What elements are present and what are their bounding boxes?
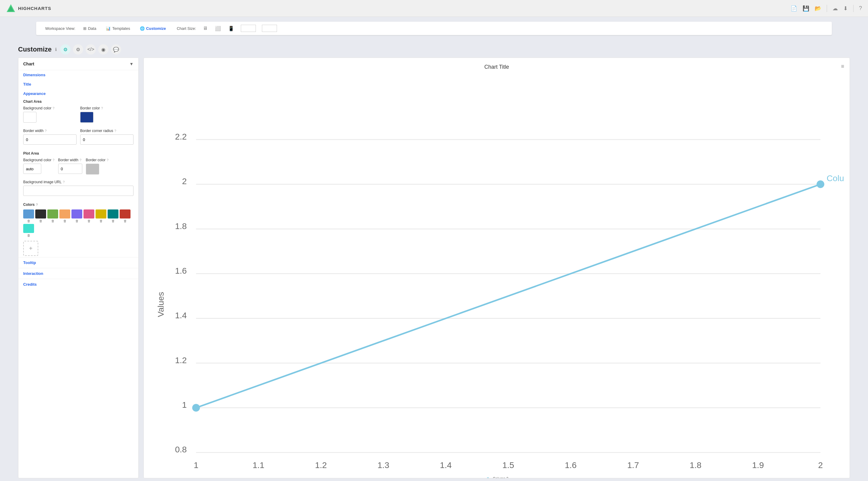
page-title-row: Customize ℹ ⚙ ⚙ </> ◉ 💬 [18,40,850,58]
colors-row: 🗑 🗑 🗑 🗑 [19,208,138,239]
border-radius-input[interactable] [80,134,133,145]
tab-data[interactable]: ⊞ Data [82,25,98,32]
tooltip-section[interactable]: Tooltip [19,257,138,268]
delete-color-pink[interactable]: 🗑 [87,219,91,223]
border-radius-help[interactable]: ? [114,129,116,133]
x-tick-20: 2 [818,460,823,470]
add-color-button[interactable]: + [23,241,38,256]
page-title: Customize [18,45,52,53]
y-tick-14: 1.4 [175,311,187,320]
color-swatch-teal[interactable] [107,210,119,219]
plot-bc-help[interactable]: ? [107,158,108,162]
plot-border-color-group: Border color ? [86,158,109,174]
border-color-group: Border color ? [80,106,133,123]
bg-color-swatch[interactable] [23,112,36,123]
tab-templates[interactable]: 📊 Templates [104,25,132,32]
open-folder-icon[interactable]: 📂 [815,5,821,12]
color-swatch-blue[interactable] [23,210,34,219]
colors-help[interactable]: ? [36,203,38,206]
y-tick-16: 1.6 [175,266,187,276]
color-swatch-dark[interactable] [35,210,46,219]
border-color-help[interactable]: ? [101,106,103,110]
delete-color-orange[interactable]: 🗑 [63,219,67,223]
color-swatch-orange[interactable] [59,210,70,219]
series-line [196,184,820,408]
credits-section[interactable]: Credits [19,279,138,290]
upload-icon[interactable]: ☁ [832,5,838,12]
data-point-end [816,181,824,188]
chart-height-input[interactable] [262,25,277,32]
color-swatch-green[interactable] [47,210,58,219]
y-tick-12: 1.2 [175,356,187,365]
title-help-icon[interactable]: ℹ [55,47,57,52]
delete-color-green[interactable]: 🗑 [51,219,55,223]
border-width-help[interactable]: ? [44,129,46,133]
bg-color-group: Background color ? [23,106,76,123]
chart-width-input[interactable] [241,25,256,32]
new-document-icon[interactable]: 📄 [790,5,797,12]
top-nav: HIGHCHARTS 📄 💾 📂 ☁ ⬇ ? [0,0,868,17]
plot-area-fields: Background color ? Border width ? [23,158,133,179]
settings-button[interactable]: ⚙ [73,44,83,55]
delete-color-blue[interactable]: 🗑 [27,219,30,223]
nav-divider-2 [853,5,854,12]
x-tick-12: 1.2 [315,460,327,470]
plot-border-width-input[interactable] [58,164,82,174]
data-point-start [192,404,200,412]
delete-color-red[interactable]: 🗑 [124,219,127,223]
globe-icon: 🌐 [140,26,145,31]
plot-bg-image-input[interactable] [23,186,133,196]
download-icon[interactable]: ⬇ [843,5,848,12]
preview-button[interactable]: ◉ [98,44,108,55]
plot-bg-input[interactable] [23,164,41,174]
dimensions-section[interactable]: Dimensions [19,70,138,79]
appearance-section[interactable]: Appearance [19,89,138,98]
left-panel: Chart ▼ Dimensions Title Appearance Char… [18,58,138,478]
plot-bg-help[interactable]: ? [53,158,54,162]
code-button[interactable]: </> [86,44,96,55]
tablet-size-icon[interactable]: ⬜ [215,26,221,31]
bg-color-label: Background color ? [23,106,76,110]
color-swatch-pink[interactable] [84,210,94,219]
desktop-size-icon[interactable]: 🖥 [203,26,208,31]
plot-border-color-swatch[interactable] [86,164,99,174]
interaction-section[interactable]: Interaction [19,268,138,279]
x-tick-1: 1 [194,460,198,470]
title-section[interactable]: Title [19,79,138,89]
content-row: Chart ▼ Dimensions Title Appearance Char… [18,58,850,478]
delete-color-turquoise[interactable]: 🗑 [27,233,30,237]
delete-color-yellow[interactable]: 🗑 [99,219,103,223]
color-item-purple: 🗑 [71,210,82,223]
help-icon[interactable]: ? [859,5,862,11]
chart-panel: Chart Title ≡ .axis-label { font-size: 1… [144,58,850,478]
border-width-group: Border width ? [23,129,76,145]
color-swatch-red[interactable] [120,210,130,219]
delete-color-purple[interactable]: 🗑 [75,219,79,223]
bg-color-help[interactable]: ? [53,106,54,110]
chevron-down-icon: ▼ [129,62,133,66]
delete-color-teal[interactable]: 🗑 [112,219,115,223]
plot-bg-color-group: Background color ? [23,158,55,174]
chart-menu-icon[interactable]: ≡ [841,63,844,70]
color-swatch-turquoise[interactable] [23,224,34,233]
mobile-size-icon[interactable]: 📱 [228,26,234,31]
color-item-pink: 🗑 [84,210,94,223]
table-icon: ⊞ [83,26,87,31]
x-tick-19: 1.9 [752,460,764,470]
border-color-swatch[interactable] [80,112,93,123]
delete-color-dark[interactable]: 🗑 [39,219,42,223]
save-icon[interactable]: 💾 [803,5,809,12]
main-layout: Customize ℹ ⚙ ⚙ </> ◉ 💬 Chart ▼ Dimensio… [18,40,850,478]
chat-button[interactable]: 💬 [111,44,121,55]
color-swatch-yellow[interactable] [96,210,106,219]
gear-button[interactable]: ⚙ [60,44,70,55]
plot-border-width-group: Border width ? [58,158,82,174]
plot-bw-help[interactable]: ? [80,158,82,162]
chart-size-label: Chart Size: [177,26,196,31]
color-swatch-purple[interactable] [71,210,82,219]
colors-title: Colors ? [23,202,133,207]
border-width-input[interactable] [23,134,76,145]
chart-section-header[interactable]: Chart ▼ [19,58,138,70]
plot-img-help[interactable]: ? [63,180,64,184]
tab-customize[interactable]: 🌐 Customize [138,25,168,32]
